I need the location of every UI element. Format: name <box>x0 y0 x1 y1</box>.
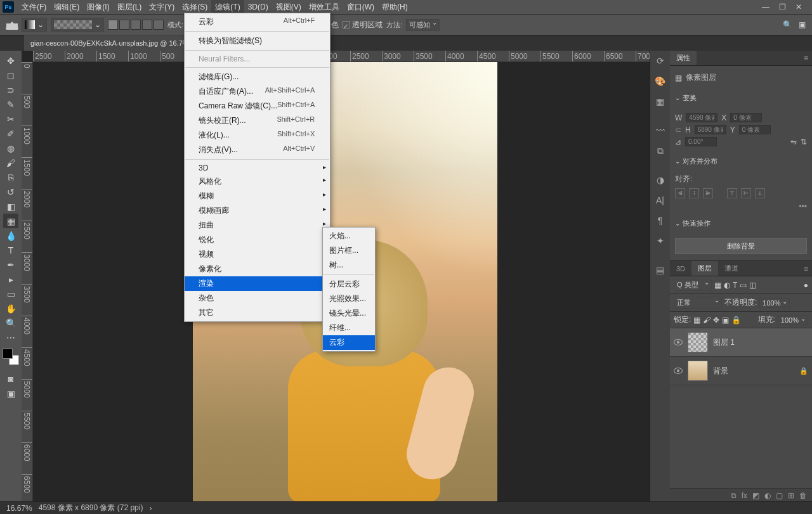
menu-plugins[interactable]: 增效工具 <box>305 0 343 14</box>
swatches-panel-icon[interactable]: ▦ <box>654 95 667 108</box>
lens-correction-item[interactable]: 镜头校正(R)...Shift+Ctrl+R <box>185 113 330 128</box>
pen-tool[interactable]: ✒ <box>3 257 18 272</box>
layer-thumbnail[interactable] <box>688 361 708 381</box>
blur-tool[interactable]: 💧 <box>3 228 18 243</box>
lock-image-icon[interactable]: 🖌 <box>703 316 710 324</box>
filter-shape-icon[interactable]: ▭ <box>740 281 747 290</box>
gradient-picker[interactable]: ⌄ <box>51 18 104 32</box>
other-submenu-item[interactable]: 其它 <box>185 305 330 320</box>
blur-submenu-item[interactable]: 模糊 <box>185 189 330 203</box>
visibility-toggle[interactable] <box>674 339 683 345</box>
layer-row[interactable]: 背景 🔒 <box>670 357 812 385</box>
blur-gallery-submenu-item[interactable]: 模糊画廊 <box>185 203 330 218</box>
zoom-tool[interactable]: 🔍 <box>3 316 18 330</box>
layer-thumbnail[interactable] <box>688 332 708 352</box>
align-top-button[interactable]: ⊤ <box>727 188 737 198</box>
gradient-radial-button[interactable] <box>119 20 129 30</box>
menu-edit[interactable]: 编辑(E) <box>50 0 83 14</box>
layer-blend-select[interactable]: 正常 <box>674 297 722 309</box>
layers-tab[interactable]: 图层 <box>691 261 718 276</box>
method-select[interactable]: 可感知 <box>406 19 440 31</box>
align-right-button[interactable]: ⫸ <box>703 188 713 198</box>
brush-settings-panel-icon[interactable]: ⧉ <box>654 145 667 157</box>
layer-mask-icon[interactable]: ◩ <box>752 491 759 500</box>
camera-raw-item[interactable]: Camera Raw 滤镜(C)...Shift+Ctrl+A <box>185 99 330 113</box>
align-bottom-button[interactable]: ⊥ <box>755 188 765 198</box>
adaptive-wide-angle-item[interactable]: 自适应广角(A)...Alt+Shift+Ctrl+A <box>185 84 330 99</box>
y-input[interactable] <box>739 125 771 134</box>
home-button[interactable] <box>6 20 18 30</box>
menu-layer[interactable]: 图层(L) <box>114 0 146 14</box>
lock-all-icon[interactable]: 🔒 <box>731 316 741 324</box>
styles-panel-icon[interactable]: ✦ <box>654 235 667 247</box>
lock-position-icon[interactable]: ✥ <box>713 316 719 324</box>
character-panel-icon[interactable]: A| <box>654 194 667 207</box>
brushes-panel-icon[interactable]: 〰 <box>654 124 667 137</box>
more-options-icon[interactable]: ••• <box>675 202 807 211</box>
properties-tab[interactable]: 属性 <box>670 51 697 65</box>
lock-transparency-icon[interactable]: ▦ <box>693 316 700 324</box>
layer-filter-select[interactable]: Q 类型 <box>674 279 712 291</box>
sharpen-submenu-item[interactable]: 锐化 <box>185 233 330 247</box>
workspace-icon[interactable]: ▣ <box>799 20 806 29</box>
filter-toggle-icon[interactable]: ● <box>804 281 808 290</box>
clouds-item[interactable]: 云彩 <box>323 335 375 350</box>
picture-frame-item[interactable]: 图片框... <box>323 243 375 258</box>
distort-submenu-item[interactable]: 扭曲 <box>185 218 330 233</box>
height-input[interactable] <box>695 125 726 134</box>
eyedropper-tool[interactable]: ✐ <box>3 126 18 141</box>
panel-menu-icon[interactable]: ≡ <box>800 54 812 63</box>
gradient-reflected-button[interactable] <box>142 20 152 30</box>
color-swatches[interactable] <box>3 349 19 365</box>
history-panel-icon[interactable]: ⟳ <box>654 55 667 67</box>
smart-filter-item[interactable]: 转换为智能滤镜(S) <box>185 34 330 48</box>
gradient-diamond-button[interactable] <box>154 20 164 30</box>
menu-select[interactable]: 选择(S) <box>178 0 211 14</box>
channels-tab[interactable]: 通道 <box>718 261 745 276</box>
transparency-checkbox[interactable]: 透明区域 <box>343 20 383 30</box>
shape-tool[interactable]: ▭ <box>3 286 18 301</box>
gradient-angle-button[interactable] <box>131 20 141 30</box>
stylize-submenu-item[interactable]: 风格化 <box>185 174 330 189</box>
tree-item[interactable]: 树... <box>323 258 375 273</box>
3d-tab[interactable]: 3D <box>670 262 691 275</box>
lock-icon[interactable]: 🔒 <box>799 367 808 375</box>
close-icon[interactable]: ✕ <box>794 3 803 11</box>
move-tool[interactable]: ✥ <box>3 53 18 68</box>
document-dimensions[interactable]: 4598 像素 x 6890 像素 (72 ppi) <box>39 503 143 513</box>
quick-actions-header[interactable]: 快速操作 <box>670 215 812 232</box>
transform-section-header[interactable]: 变换 <box>670 89 812 106</box>
flip-v-icon[interactable]: ⇅ <box>801 138 807 146</box>
angle-input[interactable] <box>685 137 717 146</box>
layers-panel-menu-icon[interactable]: ≡ <box>800 264 812 273</box>
paragraph-panel-icon[interactable]: ¶ <box>654 214 667 227</box>
align-vcenter-button[interactable]: ⊢ <box>741 188 751 198</box>
menu-window[interactable]: 窗口(W) <box>343 0 378 14</box>
layer-name[interactable]: 背景 <box>713 366 728 376</box>
menu-view[interactable]: 视图(V) <box>272 0 305 14</box>
align-section-header[interactable]: 对齐并分布 <box>670 153 812 170</box>
filter-gallery-item[interactable]: 滤镜库(G)... <box>185 70 330 84</box>
menu-image[interactable]: 图像(I) <box>83 0 113 14</box>
lock-artboard-icon[interactable]: ▣ <box>722 316 729 324</box>
3d-submenu-item[interactable]: 3D <box>185 162 330 174</box>
layer-fill-input[interactable]: 100% <box>778 315 808 325</box>
visibility-toggle[interactable] <box>674 368 683 374</box>
difference-clouds-item[interactable]: 分层云彩 <box>323 277 375 292</box>
group-icon[interactable]: ▢ <box>776 491 783 500</box>
type-tool[interactable]: T <box>3 243 18 257</box>
delete-layer-icon[interactable]: 🗑 <box>799 491 807 500</box>
link-wh-icon[interactable]: ⊂ <box>675 125 681 134</box>
edit-toolbar[interactable]: ⋯ <box>3 330 18 345</box>
status-chevron-icon[interactable]: › <box>149 504 152 513</box>
layer-row[interactable]: 图层 1 <box>670 328 812 357</box>
align-left-button[interactable]: ⫷ <box>675 188 685 198</box>
link-layers-icon[interactable]: ⧉ <box>731 491 737 500</box>
new-layer-icon[interactable]: ⊞ <box>788 491 794 500</box>
fibers-item[interactable]: 纤维... <box>323 321 375 335</box>
x-input[interactable] <box>730 113 762 122</box>
filter-smart-icon[interactable]: ◫ <box>749 281 756 290</box>
video-submenu-item[interactable]: 视频 <box>185 247 330 262</box>
layer-opacity-input[interactable]: 100% <box>759 298 790 308</box>
color-panel-icon[interactable]: 🎨 <box>654 75 667 87</box>
